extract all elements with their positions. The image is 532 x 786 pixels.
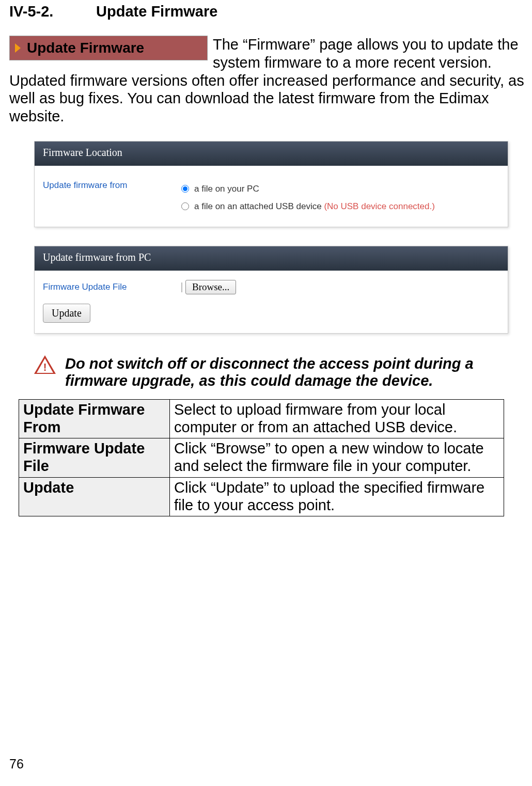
radio-usb-file[interactable] — [181, 202, 189, 210]
firmware-location-panel: Firmware Location Update firmware from a… — [34, 141, 508, 227]
update-firmware-banner: Update Firmware — [9, 36, 208, 60]
table-val: Click “Update” to upload the specified f… — [170, 477, 504, 516]
firmware-file-label: Firmware Update File — [43, 282, 181, 292]
table-row: Update Click “Update” to upload the spec… — [19, 477, 504, 516]
description-table: Update Firmware From Select to upload fi… — [19, 399, 504, 516]
option-usb-file[interactable]: a file on an attached USB device (No USB… — [181, 198, 499, 215]
banner-label: Update Firmware — [27, 40, 144, 56]
section-heading: IV-5-2. Update Firmware — [9, 3, 532, 20]
firmware-file-input[interactable] — [181, 282, 182, 292]
page-number: 76 — [9, 757, 24, 772]
table-row: Firmware Update File Click “Browse” to o… — [19, 438, 504, 477]
warning-text: Do not switch off or disconnect the acce… — [65, 355, 514, 390]
update-from-pc-panel: Update firmware from PC Firmware Update … — [34, 246, 508, 334]
warning-triangle-icon: ! — [34, 355, 56, 375]
browse-button[interactable]: Browse... — [185, 280, 236, 294]
radio-pc-file[interactable] — [181, 185, 189, 193]
panel-header: Firmware Location — [35, 142, 508, 166]
usb-warning-text: (No USB device connected.) — [324, 201, 435, 211]
option-pc-file[interactable]: a file on your PC — [181, 180, 499, 198]
table-key: Firmware Update File — [19, 438, 170, 477]
table-key: Update Firmware From — [19, 399, 170, 438]
table-row: Update Firmware From Select to upload fi… — [19, 399, 504, 438]
table-val: Select to upload firmware from your loca… — [170, 399, 504, 438]
section-title-text: Update Firmware — [96, 3, 217, 20]
section-number: IV-5-2. — [9, 3, 92, 20]
table-val: Click “Browse” to open a new window to l… — [170, 438, 504, 477]
table-key: Update — [19, 477, 170, 516]
update-button[interactable]: Update — [43, 304, 90, 323]
option-usb-file-label: a file on an attached USB device — [194, 201, 324, 211]
panel-header: Update firmware from PC — [35, 246, 508, 271]
warning-callout: ! Do not switch off or disconnect the ac… — [34, 355, 532, 390]
update-from-label: Update firmware from — [43, 180, 181, 191]
option-pc-file-label: a file on your PC — [194, 180, 259, 198]
chevron-right-icon — [15, 43, 21, 53]
